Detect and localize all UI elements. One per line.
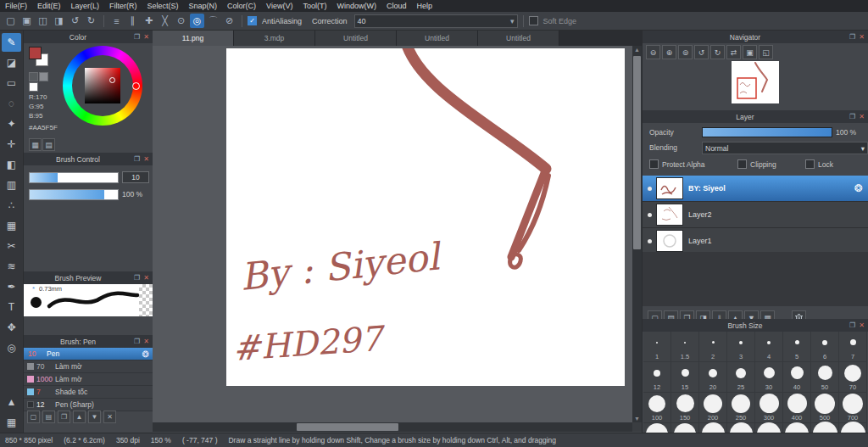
brush-size-cell[interactable]: 300 bbox=[755, 393, 783, 423]
brush-item-blur-large[interactable]: 1000 Làm mờ bbox=[24, 373, 153, 386]
brush-size-cell[interactable]: 7 bbox=[839, 332, 867, 362]
brush-size-cell[interactable]: 250 bbox=[727, 393, 755, 423]
menu-layer[interactable]: Layer(L) bbox=[66, 2, 105, 10]
popout-icon[interactable]: ❐ bbox=[848, 321, 857, 329]
saturation-value-square[interactable] bbox=[85, 68, 120, 103]
panel-up-icon[interactable]: ▲ bbox=[2, 393, 21, 411]
canvas-viewport[interactable]: By : Siyeol #HD297 bbox=[153, 46, 632, 422]
brush-size-cell[interactable]: 40 bbox=[783, 362, 811, 393]
tab-11png[interactable]: 11.png bbox=[153, 31, 234, 46]
snap-vanishing-icon[interactable]: ⊙ bbox=[174, 14, 188, 28]
brush-size-cell[interactable]: 12 bbox=[643, 362, 671, 393]
lock-checkbox[interactable] bbox=[805, 159, 815, 169]
popout-icon[interactable]: ❐ bbox=[132, 155, 142, 163]
duplicate-brush-icon[interactable]: ❐ bbox=[58, 411, 70, 423]
brush-size-cell[interactable]: 200 bbox=[699, 393, 727, 423]
brush-opacity-slider[interactable] bbox=[29, 189, 119, 200]
hand-tool[interactable]: ✥ bbox=[2, 318, 21, 337]
zoom-out-icon[interactable]: ⊖ bbox=[646, 45, 660, 59]
brush-size-cell[interactable] bbox=[783, 423, 811, 433]
popout-icon[interactable]: ❐ bbox=[848, 33, 857, 41]
clipping-option[interactable]: Clipping bbox=[737, 159, 776, 169]
brush-size-cell[interactable]: 50 bbox=[811, 362, 839, 393]
brush-size-cell[interactable]: 4 bbox=[755, 332, 783, 362]
brush-size-cell[interactable]: 3 bbox=[727, 332, 755, 362]
brush-item-blur[interactable]: 70 Làm mờ bbox=[24, 360, 153, 373]
layer-row-layer1[interactable]: Layer1 bbox=[643, 228, 868, 254]
menu-snap[interactable]: Snap(N) bbox=[184, 2, 223, 10]
menu-select[interactable]: Select(S) bbox=[142, 2, 184, 10]
popout-icon[interactable]: ❐ bbox=[132, 33, 142, 41]
brush-size-cell[interactable] bbox=[699, 423, 727, 433]
scroll-up-icon[interactable]: ▲ bbox=[632, 47, 642, 53]
scissors-tool[interactable]: ✂ bbox=[2, 237, 21, 255]
move-tool[interactable]: ✛ bbox=[2, 135, 21, 154]
brush-size-cell[interactable]: 1 bbox=[643, 332, 671, 362]
brush-size-cell[interactable] bbox=[839, 423, 867, 433]
menu-help[interactable]: Help bbox=[411, 2, 437, 10]
snap-circle-icon[interactable]: ◎ bbox=[190, 14, 204, 28]
antialiasing-checkbox[interactable] bbox=[248, 16, 257, 25]
brush-size-cell[interactable] bbox=[671, 423, 699, 433]
brush-item-shade[interactable]: 7 Shade tốc bbox=[24, 386, 153, 399]
brush-size-cell[interactable]: 700 bbox=[839, 393, 867, 423]
eraser-tool[interactable]: ◪ bbox=[2, 53, 21, 72]
brush-size-cell[interactable]: 20 bbox=[699, 362, 727, 393]
brush-size-cell[interactable]: 25 bbox=[727, 362, 755, 393]
menu-color[interactable]: Color(C) bbox=[222, 2, 261, 10]
soft-edge-checkbox[interactable] bbox=[529, 16, 538, 25]
flip-icon[interactable]: ⇄ bbox=[726, 45, 741, 59]
brush-size-cell[interactable]: 5 bbox=[783, 332, 811, 362]
magic-wand-tool[interactable]: ✦ bbox=[2, 115, 21, 133]
zoom-tool[interactable]: ◎ bbox=[2, 338, 21, 357]
close-icon[interactable]: ✕ bbox=[857, 113, 866, 120]
vertical-scrollbar[interactable]: ▲ ▼ bbox=[632, 46, 642, 422]
open-file-icon[interactable]: ▣ bbox=[19, 14, 34, 28]
hue-wheel[interactable] bbox=[63, 46, 142, 126]
brush-size-cell[interactable]: 500 bbox=[811, 393, 839, 423]
brush-size-slider[interactable] bbox=[29, 172, 119, 183]
lock-option[interactable]: Lock bbox=[805, 159, 833, 169]
protect-alpha-option[interactable]: Protect Alpha bbox=[649, 159, 705, 169]
layer-opacity-slider[interactable] bbox=[702, 127, 832, 137]
brush-size-cell[interactable] bbox=[755, 423, 783, 433]
blending-dropdown[interactable]: Normal ▾ bbox=[702, 142, 868, 154]
brush-size-cell[interactable]: 70 bbox=[839, 362, 867, 393]
protect-alpha-checkbox[interactable] bbox=[649, 159, 659, 169]
close-icon[interactable]: ✕ bbox=[142, 338, 151, 345]
slider-view-icon[interactable]: ▤ bbox=[42, 138, 55, 151]
popout-icon[interactable]: ❐ bbox=[132, 274, 142, 282]
rotate-ccw-icon[interactable]: ↺ bbox=[694, 45, 709, 59]
layer-visibility-toggle[interactable] bbox=[643, 237, 656, 245]
add-brush-icon[interactable]: ▢ bbox=[27, 411, 40, 423]
foreground-color-swatch[interactable] bbox=[29, 47, 42, 59]
brush-item-pen-sharp[interactable]: 12 Pen (Sharp) bbox=[24, 399, 153, 411]
brush-down-icon[interactable]: ▼ bbox=[88, 411, 101, 423]
brush-size-cell[interactable]: 1.5 bbox=[671, 332, 699, 362]
tab-3mdp[interactable]: 3.mdp bbox=[234, 31, 315, 46]
tab-untitled-1[interactable]: Untitled bbox=[315, 31, 397, 46]
close-icon[interactable]: ✕ bbox=[857, 321, 866, 329]
panel-grid-icon[interactable]: ▦ bbox=[2, 413, 21, 432]
popout-icon[interactable]: ❐ bbox=[132, 338, 142, 345]
tab-untitled-3[interactable]: Untitled bbox=[478, 31, 559, 46]
tab-untitled-2[interactable]: Untitled bbox=[397, 31, 478, 46]
pattern-tool[interactable]: ▦ bbox=[2, 216, 21, 235]
snap-off-icon[interactable]: ≡ bbox=[109, 14, 124, 28]
gear-icon[interactable]: ❂ bbox=[854, 182, 863, 194]
layer-visibility-toggle[interactable] bbox=[643, 210, 656, 219]
horizontal-scrollbar[interactable] bbox=[153, 422, 632, 432]
canvas[interactable]: By : Siyeol #HD297 bbox=[226, 48, 625, 386]
brush-size-cell[interactable] bbox=[811, 423, 839, 433]
undo-icon[interactable]: ↺ bbox=[68, 14, 82, 28]
brush-size-cell[interactable] bbox=[643, 423, 671, 433]
brush-up-icon[interactable]: ▲ bbox=[73, 411, 86, 423]
close-icon[interactable]: ✕ bbox=[142, 155, 151, 163]
vertical-scroll-thumb[interactable] bbox=[633, 56, 641, 249]
correction-dropdown[interactable]: 40 ▾ bbox=[354, 14, 518, 28]
menu-cloud[interactable]: Cloud bbox=[381, 2, 412, 10]
fg-bg-swatches[interactable] bbox=[29, 47, 47, 65]
close-icon[interactable]: ✕ bbox=[142, 274, 151, 282]
close-icon[interactable]: ✕ bbox=[142, 33, 151, 41]
snap-settings-icon[interactable]: ⊘ bbox=[222, 14, 236, 28]
